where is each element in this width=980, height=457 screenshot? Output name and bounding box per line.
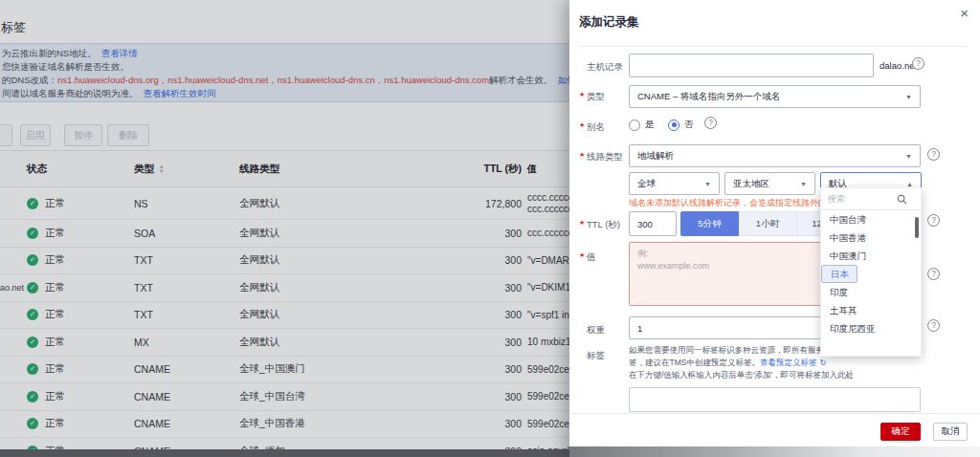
alias-yes-radio[interactable]: 是 <box>629 119 655 131</box>
region-dropdown-panel: 中国台湾 中国香港 中国澳门 日本 韩国 印度 土耳其 印度尼西亚 <box>820 187 922 357</box>
scrollbar-thumb[interactable] <box>915 217 919 238</box>
chevron-up-icon <box>906 181 913 187</box>
dropdown-item-selected[interactable]: 日本 <box>821 265 858 283</box>
dropdown-item[interactable]: 印度 <box>821 283 921 301</box>
dropdown-item[interactable]: 中国香港 <box>821 228 921 247</box>
view-predefined-tags-link[interactable]: 查看预定义标签 <box>760 358 817 367</box>
help-icon[interactable] <box>927 319 940 332</box>
refresh-icon[interactable] <box>819 358 826 367</box>
type-label: 类型 <box>587 91 605 103</box>
host-record-input[interactable] <box>629 54 874 77</box>
line-type-select[interactable]: 地域解析 <box>629 144 921 167</box>
chevron-down-icon <box>800 181 807 187</box>
dropdown-item[interactable]: 中国台湾 <box>821 210 921 228</box>
chevron-down-icon <box>905 153 912 160</box>
help-icon[interactable] <box>912 57 924 70</box>
region-level2-select[interactable]: 亚太地区 <box>724 172 815 195</box>
value-label: 值 <box>587 251 596 264</box>
chevron-down-icon <box>905 94 912 100</box>
chevron-down-icon <box>704 181 711 187</box>
line-type-label: 线路类型 <box>587 151 623 163</box>
modal-bottom-strip <box>569 446 980 457</box>
modal-title: 添加记录集 <box>579 14 639 31</box>
footer-divider <box>569 413 980 414</box>
tags-label: 标签 <box>587 350 605 362</box>
dropdown-item[interactable]: 土耳其 <box>821 301 921 319</box>
close-icon[interactable] <box>960 5 969 21</box>
region-level1-select[interactable]: 全球 <box>629 172 720 195</box>
ttl-label: TTL (秒) <box>587 219 620 231</box>
help-icon[interactable] <box>927 214 940 227</box>
search-icon <box>897 194 907 205</box>
type-select[interactable]: CNAME – 将域名指向另外一个域名 <box>629 85 921 108</box>
help-icon[interactable] <box>927 268 940 280</box>
tag-key-input[interactable] <box>629 387 921 412</box>
radio-icon <box>629 120 640 131</box>
weight-label: 权重 <box>587 324 605 337</box>
dropdown-search <box>821 188 921 210</box>
add-recordset-modal: 添加记录集 主机记录 dalao.net 类型 CNAME – 将域名指向另外一… <box>569 0 980 457</box>
cancel-button[interactable]: 取消 <box>933 423 968 441</box>
dropdown-search-input[interactable] <box>828 194 897 204</box>
alias-no-radio[interactable]: 否 <box>668 119 694 131</box>
help-icon[interactable] <box>927 148 940 161</box>
dropdown-item[interactable]: 印度尼西亚 <box>821 319 921 337</box>
ttl-1hour-button[interactable]: 1小时 <box>739 211 797 236</box>
host-record-label: 主机记录 <box>587 61 623 74</box>
dropdown-item[interactable]: 中国澳门 <box>821 247 921 265</box>
ttl-5min-button[interactable]: 5分钟 <box>680 211 739 236</box>
alias-label: 别名 <box>587 121 605 134</box>
help-icon[interactable] <box>704 117 717 129</box>
ttl-input[interactable] <box>629 211 677 236</box>
screen: 标签 为云推出新的NS地址。查看详情 您快速验证域名解析是否生效。 的DNS改成… <box>0 0 980 457</box>
confirm-button[interactable]: 确定 <box>880 423 921 441</box>
radio-icon <box>668 120 679 131</box>
divider <box>579 46 969 47</box>
